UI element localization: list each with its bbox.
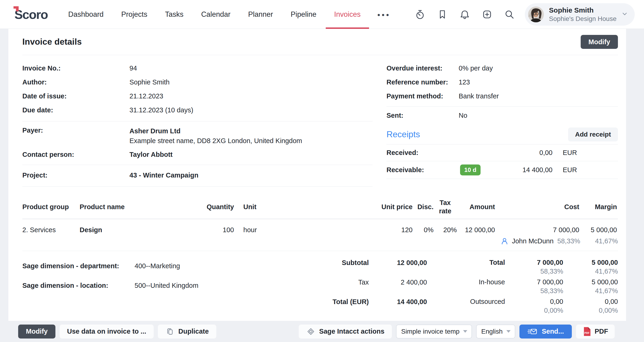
nav-item-tasks[interactable]: Tasks xyxy=(165,0,184,29)
col-product-group: Product group xyxy=(22,203,80,211)
summary-cost: 7 000,00 58,33% xyxy=(505,278,563,297)
duplicate-button[interactable]: Duplicate xyxy=(158,325,216,339)
contact-person-value[interactable]: Taylor Abbott xyxy=(130,151,172,158)
field-label: Reference number: xyxy=(386,78,459,86)
subtotal-value: 12 000,00 xyxy=(369,258,427,278)
field-due-date: Due date: 31.12.2023 (10 days) xyxy=(22,103,372,117)
field-label: Sent: xyxy=(386,112,459,119)
receipts-header: Receipts Add receipt xyxy=(386,127,618,142)
modify-button-bottom[interactable]: Modify xyxy=(18,325,56,339)
person-icon xyxy=(501,237,508,245)
nav-item-calendar[interactable]: Calendar xyxy=(201,0,230,29)
payer-block: Payer: Asher Drum Ltd Example street nam… xyxy=(22,121,372,165)
svg-text:PDF: PDF xyxy=(584,332,590,334)
product-row-group[interactable]: 2. Services Design 100 hour 120 0% 20% 1… xyxy=(22,219,618,251)
col-cost: Cost xyxy=(495,203,579,211)
subtotal-row: Subtotal 12 000,00 xyxy=(315,258,427,278)
language-select[interactable]: English xyxy=(476,325,515,339)
add-receipt-button[interactable]: Add receipt xyxy=(568,127,618,141)
quick-add-icon[interactable] xyxy=(482,9,492,19)
send-button[interactable]: Send... xyxy=(520,325,572,339)
col-unit-price: Unit price xyxy=(354,203,412,211)
payer-address: Example street name, DD8 2XG London, Uni… xyxy=(130,136,302,146)
summary-margin: 5 000,00 41,67% xyxy=(563,258,618,278)
send-envelope-icon xyxy=(527,327,538,336)
invoice-card: Invoice details Modify Invoice No.: 94 A… xyxy=(8,29,626,321)
col-tax-rate: Tax rate xyxy=(434,198,457,215)
field-value: Bank transfer xyxy=(459,92,499,100)
cell-quantity: 100 xyxy=(204,225,234,235)
dimension-value: 500--United Kingdom xyxy=(134,282,198,290)
use-data-button[interactable]: Use data on invoice to ... xyxy=(60,325,154,339)
tax-value: 2 400,00 xyxy=(369,278,427,297)
received-label: Received: xyxy=(386,149,460,157)
user-menu[interactable]: Sophie Smith Sophie's Design House xyxy=(525,3,635,25)
nav-item-projects[interactable]: Projects xyxy=(121,0,148,29)
col-margin: Margin xyxy=(579,203,617,211)
payer-name[interactable]: Asher Drum Ltd xyxy=(130,126,302,136)
sage-intacct-actions-button[interactable]: Sage Intacct actions xyxy=(299,325,392,339)
receivable-label: Receivable: xyxy=(386,166,460,174)
cost-margin-block: Total 7 000,00 58,33% 5 000,00 41,67% In… xyxy=(427,258,618,317)
field-invoice-no: Invoice No.: 94 xyxy=(22,61,372,75)
products-table: Product group Product name Quantity Unit… xyxy=(22,195,618,251)
received-amount: 0,00 xyxy=(540,149,552,157)
field-label: Date of issue: xyxy=(22,92,130,100)
details-right-column: Overdue interest: 0% per day Reference n… xyxy=(386,55,618,187)
receipts-received-row: Received: 0,00 EUR xyxy=(386,144,618,161)
field-overdue-interest: Overdue interest: 0% per day xyxy=(386,61,618,75)
modify-button-top[interactable]: Modify xyxy=(581,35,618,49)
project-value[interactable]: 43 - Winter Campaign xyxy=(130,171,198,179)
summary-label: In-house xyxy=(427,278,505,297)
screen: Scoro Dashboard Projects Tasks Calendar … xyxy=(0,0,644,342)
receipts-title[interactable]: Receipts xyxy=(386,130,420,139)
timer-icon[interactable] xyxy=(415,9,425,19)
pdf-button[interactable]: PDF PDF xyxy=(576,325,615,339)
cell-product-name: Design xyxy=(80,225,204,235)
nav-item-pipeline[interactable]: Pipeline xyxy=(291,0,316,29)
bookmark-icon[interactable] xyxy=(437,9,448,19)
receivable-amount: 14 400,00 xyxy=(522,166,552,174)
cell-unit: hour xyxy=(234,225,354,235)
field-value: Sophie Smith xyxy=(130,78,170,86)
footer-action-bar: Modify Use data on invoice to ... Duplic… xyxy=(8,321,626,342)
cell-disc: 0% xyxy=(412,225,434,235)
nav-item-invoices[interactable]: Invoices xyxy=(334,0,361,29)
invoice-summary: Sage dimension - department: 400--Market… xyxy=(22,251,618,317)
field-label: Invoice No.: xyxy=(22,64,130,72)
scoro-logo[interactable]: Scoro xyxy=(14,7,48,22)
nav-item-dashboard[interactable]: Dashboard xyxy=(68,0,104,29)
dimension-value: 400--Marketing xyxy=(134,262,180,270)
nav-item-planner[interactable]: Planner xyxy=(248,0,273,29)
products-table-header: Product group Product name Quantity Unit… xyxy=(22,195,618,219)
header-icons xyxy=(415,9,514,19)
pdf-file-icon: PDF xyxy=(582,327,592,337)
dimension-label: Sage dimension - department: xyxy=(22,262,134,270)
assignee-name: John McDunn xyxy=(512,237,554,245)
sage-dimensions: Sage dimension - department: 400--Market… xyxy=(22,258,315,317)
summary-cost: 7 000,00 58,33% xyxy=(505,258,563,278)
summary-inhouse-row: In-house 7 000,00 58,33% 5 000,00 41,67% xyxy=(427,278,618,297)
assignee-cost-pct: 58,33% xyxy=(558,237,580,245)
notifications-bell-icon[interactable] xyxy=(460,9,470,19)
invoice-details-columns: Invoice No.: 94 Author: Sophie Smith Dat… xyxy=(22,55,618,187)
search-icon[interactable] xyxy=(504,9,514,19)
field-value: 31.12.2023 (10 days) xyxy=(130,106,193,114)
cell-margin: 5 000,00 xyxy=(579,225,617,235)
field-value: 94 xyxy=(130,64,137,72)
sage-intacct-icon xyxy=(306,327,316,336)
invoice-template-select[interactable]: Simple invoice templa xyxy=(396,325,472,339)
footer-right-group: Sage Intacct actions Simple invoice temp… xyxy=(299,325,615,339)
dimension-location: Sage dimension - location: 500--United K… xyxy=(22,282,315,301)
cell-tax-rate: 20% xyxy=(434,225,457,235)
field-reference-number: Reference number: 123 xyxy=(386,75,618,89)
more-menu-icon[interactable]: ••• xyxy=(378,9,391,19)
assignee[interactable]: John McDunn 58,33% xyxy=(496,236,580,246)
assignee-margin-pct: 41,67% xyxy=(580,236,618,246)
received-currency: EUR xyxy=(563,149,618,157)
invoice-page: Invoice details Modify Invoice No.: 94 A… xyxy=(0,29,644,342)
summary-outsourced-row: Outsourced 0,00 0,00% 0,00 0,00% xyxy=(427,297,618,317)
field-author: Author: Sophie Smith xyxy=(22,75,372,89)
field-sent: Sent: No xyxy=(386,107,618,120)
receivable-currency: EUR xyxy=(563,166,618,174)
